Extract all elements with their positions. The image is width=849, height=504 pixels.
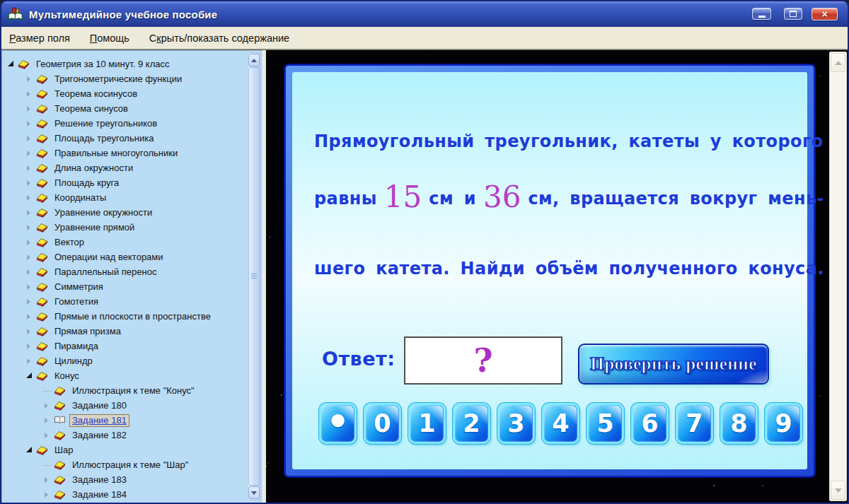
tree-item[interactable]: Решение треугольников bbox=[1, 116, 246, 131]
collapse-toggle-icon[interactable] bbox=[24, 370, 35, 381]
tree-item[interactable]: Цилиндр bbox=[1, 353, 246, 368]
tree-item[interactable]: Уравнение прямой bbox=[1, 220, 246, 235]
tree-item-label: Теорема косинусов bbox=[52, 88, 139, 100]
lesson-scroll-up-button[interactable] bbox=[831, 53, 845, 72]
minimize-button[interactable] bbox=[752, 8, 771, 20]
tree-item[interactable]: Площадь круга bbox=[1, 175, 246, 190]
keypad-button-7[interactable]: 7 bbox=[676, 403, 713, 444]
expand-toggle-icon[interactable] bbox=[24, 356, 35, 366]
tree-item[interactable]: Теорема синусов bbox=[1, 101, 246, 116]
book-icon bbox=[36, 237, 49, 247]
expand-toggle-icon[interactable] bbox=[24, 192, 35, 203]
expand-toggle-icon[interactable] bbox=[42, 474, 52, 485]
keypad-button-4[interactable]: 4 bbox=[542, 403, 579, 444]
answer-input[interactable]: ? bbox=[404, 336, 562, 385]
keypad-button-1[interactable]: 1 bbox=[408, 403, 446, 444]
lesson-scrollbar[interactable] bbox=[829, 52, 847, 501]
expand-toggle-icon[interactable] bbox=[24, 326, 35, 336]
tree-scroll-down-button[interactable] bbox=[248, 486, 260, 499]
tree-item[interactable]: Задание 184 bbox=[1, 487, 246, 502]
tree-item-label: Вектор bbox=[52, 237, 86, 248]
maximize-button[interactable] bbox=[784, 8, 802, 20]
tree-scrollbar[interactable] bbox=[247, 52, 261, 500]
menu-item-help[interactable]: Помощь bbox=[90, 33, 129, 44]
tree-item[interactable]: Теорема косинусов bbox=[1, 86, 246, 101]
menu-item-toggle-contents[interactable]: Скрыть/показать содержание bbox=[149, 33, 289, 44]
expand-toggle-icon[interactable] bbox=[24, 133, 35, 143]
expand-toggle-icon[interactable] bbox=[24, 118, 35, 129]
tree-scroll-up-button[interactable] bbox=[248, 54, 260, 66]
expand-toggle-icon[interactable] bbox=[24, 237, 35, 247]
tree-item[interactable]: Иллюстрация к теме "Шар" bbox=[1, 457, 246, 472]
tree-item[interactable]: Гомотетия bbox=[1, 294, 246, 309]
expand-toggle-icon[interactable] bbox=[24, 281, 35, 292]
keypad-button-2[interactable]: 2 bbox=[453, 403, 490, 444]
expand-toggle-icon[interactable] bbox=[24, 341, 35, 351]
expand-toggle-icon[interactable] bbox=[42, 415, 52, 426]
expand-toggle-icon[interactable] bbox=[24, 163, 35, 173]
tree-item[interactable]: Шар bbox=[1, 443, 246, 457]
expand-toggle-icon[interactable] bbox=[24, 148, 35, 158]
tree-item-label: Правильные многоугольники bbox=[52, 148, 180, 159]
tree-item[interactable]: Прямая призма bbox=[1, 324, 246, 339]
tree-scrollbar-thumb[interactable] bbox=[248, 67, 260, 486]
book-icon bbox=[36, 88, 49, 99]
tree-item[interactable]: Площадь треугольника bbox=[1, 131, 246, 146]
tree-item[interactable]: Задание 183 bbox=[1, 472, 246, 487]
expand-toggle-icon[interactable] bbox=[24, 311, 35, 322]
close-button[interactable]: × bbox=[812, 8, 838, 20]
keypad-button-3[interactable]: 3 bbox=[497, 403, 535, 444]
expand-toggle-icon[interactable] bbox=[42, 489, 52, 500]
menu-item-field-size[interactable]: Размер поля bbox=[9, 33, 70, 44]
tree-item[interactable]: Тригонометрические функции bbox=[1, 71, 246, 86]
tree-item[interactable]: Симметрия bbox=[1, 279, 246, 294]
arrow-down-icon bbox=[835, 488, 842, 493]
check-solution-button[interactable]: Проверить решение bbox=[578, 344, 769, 385]
tree-item[interactable]: Геометрия за 10 минут. 9 класс bbox=[1, 57, 246, 71]
expand-toggle-icon[interactable] bbox=[24, 296, 35, 307]
expand-toggle-icon[interactable] bbox=[24, 103, 35, 114]
tree-item[interactable]: Правильные многоугольники bbox=[1, 146, 246, 160]
expand-toggle-icon[interactable] bbox=[24, 252, 35, 262]
numeric-keypad: •0123456789 bbox=[319, 403, 802, 444]
collapse-toggle-icon[interactable] bbox=[24, 445, 35, 455]
tree-item[interactable]: Операции над векторами bbox=[1, 250, 246, 264]
expand-toggle-icon[interactable] bbox=[24, 207, 35, 218]
keypad-button-dot[interactable]: • bbox=[319, 403, 357, 444]
book-icon bbox=[36, 148, 49, 158]
collapse-toggle-icon[interactable] bbox=[6, 59, 16, 69]
keypad-button-9[interactable]: 9 bbox=[765, 403, 802, 444]
expand-toggle-icon[interactable] bbox=[24, 177, 35, 188]
expand-toggle-icon[interactable] bbox=[24, 266, 35, 277]
expand-toggle-icon[interactable] bbox=[24, 222, 35, 233]
tree-item[interactable]: Вектор bbox=[1, 235, 246, 250]
tree-item[interactable]: Прямые и плоскости в пространстве bbox=[1, 309, 246, 324]
content-area: Геометрия за 10 минут. 9 классТригономет… bbox=[1, 49, 848, 503]
expand-toggle-icon[interactable] bbox=[42, 430, 52, 440]
lesson-scroll-down-button[interactable] bbox=[831, 481, 845, 500]
tree-item[interactable]: Координаты bbox=[1, 190, 246, 205]
tree-item[interactable]: Задание 182 bbox=[1, 428, 246, 443]
keypad-button-8[interactable]: 8 bbox=[720, 403, 758, 444]
tree-item-label: Прямая призма bbox=[52, 326, 123, 337]
keypad-button-5[interactable]: 5 bbox=[587, 403, 624, 444]
tree-item[interactable]: Задание 180 bbox=[1, 398, 246, 413]
keypad-button-6[interactable]: 6 bbox=[631, 403, 669, 444]
expand-toggle-icon[interactable] bbox=[24, 88, 35, 99]
expand-toggle-icon[interactable] bbox=[42, 400, 52, 411]
tree-item[interactable]: Параллельный перенос bbox=[1, 264, 246, 279]
book-icon bbox=[36, 445, 49, 455]
answer-placeholder-value: ? bbox=[474, 344, 493, 377]
book-icon bbox=[36, 281, 49, 292]
tree-item[interactable]: Конус bbox=[1, 368, 246, 383]
tree-item[interactable]: Пирамида bbox=[1, 339, 246, 353]
tree-item-selected[interactable]: Задание 181 bbox=[1, 413, 246, 428]
tree-item[interactable]: Уравнение окружности bbox=[1, 205, 246, 220]
tree-item[interactable]: Иллюстрация к теме "Конус" bbox=[1, 383, 246, 398]
task-panel-inner: Прямоугольный треугольник, катеты у кото… bbox=[292, 72, 807, 469]
tree-item-label: Задание 183 bbox=[70, 474, 129, 486]
tree-item-label: Задание 180 bbox=[70, 400, 129, 411]
expand-toggle-icon[interactable] bbox=[24, 74, 35, 84]
tree-item[interactable]: Длина окружности bbox=[1, 160, 246, 175]
keypad-button-0[interactable]: 0 bbox=[364, 403, 401, 444]
